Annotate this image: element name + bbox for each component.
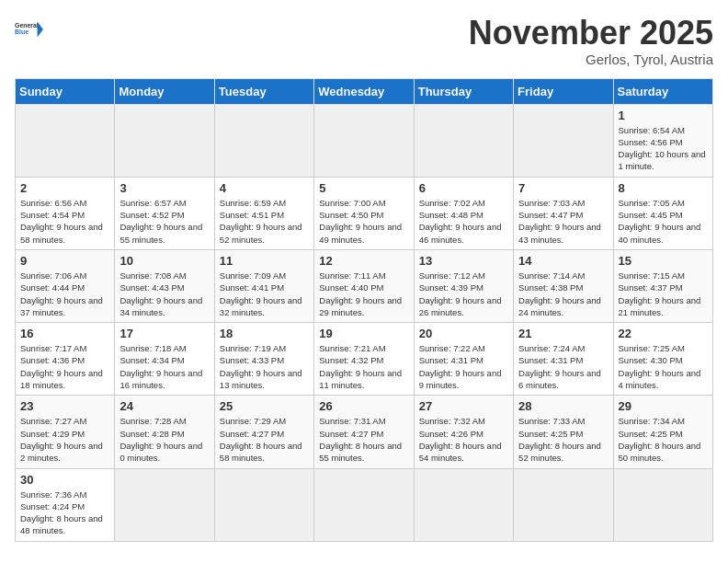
day-number: 4: [220, 181, 309, 195]
calendar-cell: 25Sunrise: 7:29 AM Sunset: 4:27 PM Dayli…: [214, 396, 313, 468]
calendar-cell: 8Sunrise: 7:05 AM Sunset: 4:45 PM Daylig…: [613, 177, 712, 249]
calendar-cell: 6Sunrise: 7:02 AM Sunset: 4:48 PM Daylig…: [414, 177, 513, 249]
day-number: 1: [619, 109, 708, 122]
weekday-header-sunday: Sunday: [16, 78, 115, 104]
day-info: Sunrise: 7:11 AM Sunset: 4:40 PM Dayligh…: [319, 270, 408, 318]
calendar-cell: 2Sunrise: 6:56 AM Sunset: 4:54 PM Daylig…: [16, 177, 115, 249]
day-info: Sunrise: 7:02 AM Sunset: 4:48 PM Dayligh…: [419, 197, 508, 246]
day-info: Sunrise: 7:03 AM Sunset: 4:47 PM Dayligh…: [518, 197, 608, 246]
logo: GeneralBlue: [15, 15, 44, 44]
day-info: Sunrise: 7:22 AM Sunset: 4:31 PM Dayligh…: [419, 342, 508, 391]
day-info: Sunrise: 7:19 AM Sunset: 4:33 PM Dayligh…: [220, 342, 309, 391]
calendar-cell: [514, 104, 613, 177]
weekday-header-wednesday: Wednesday: [314, 78, 414, 104]
month-title: November 2025: [469, 15, 713, 52]
calendar-cell: 5Sunrise: 7:00 AM Sunset: 4:50 PM Daylig…: [314, 177, 414, 249]
day-info: Sunrise: 6:59 AM Sunset: 4:51 PM Dayligh…: [220, 197, 309, 246]
calendar-cell: 18Sunrise: 7:19 AM Sunset: 4:33 PM Dayli…: [214, 323, 313, 396]
calendar-cell: [613, 468, 712, 541]
calendar-cell: [16, 104, 115, 177]
calendar-cell: 16Sunrise: 7:17 AM Sunset: 4:36 PM Dayli…: [16, 323, 115, 396]
day-number: 15: [619, 254, 708, 268]
day-number: 30: [20, 473, 109, 487]
day-number: 21: [518, 327, 608, 340]
day-info: Sunrise: 7:32 AM Sunset: 4:26 PM Dayligh…: [419, 415, 508, 464]
day-info: Sunrise: 7:05 AM Sunset: 4:45 PM Dayligh…: [619, 197, 708, 246]
weekday-header-tuesday: Tuesday: [214, 78, 313, 104]
day-number: 17: [119, 327, 209, 340]
calendar-week-row: 9Sunrise: 7:06 AM Sunset: 4:44 PM Daylig…: [16, 249, 713, 322]
day-number: 16: [20, 327, 109, 340]
calendar-week-row: 16Sunrise: 7:17 AM Sunset: 4:36 PM Dayli…: [16, 323, 713, 396]
day-number: 28: [518, 399, 608, 413]
day-info: Sunrise: 7:33 AM Sunset: 4:25 PM Dayligh…: [518, 415, 608, 464]
day-info: Sunrise: 7:25 AM Sunset: 4:30 PM Dayligh…: [619, 342, 708, 391]
calendar-cell: 1Sunrise: 6:54 AM Sunset: 4:56 PM Daylig…: [613, 104, 712, 177]
day-number: 18: [220, 327, 309, 340]
day-number: 3: [119, 181, 209, 195]
svg-text:Blue: Blue: [15, 29, 28, 35]
day-info: Sunrise: 7:21 AM Sunset: 4:32 PM Dayligh…: [319, 342, 408, 391]
day-number: 9: [20, 254, 109, 268]
day-number: 14: [518, 254, 608, 268]
day-number: 7: [518, 181, 608, 195]
calendar-cell: 28Sunrise: 7:33 AM Sunset: 4:25 PM Dayli…: [514, 396, 613, 468]
title-block: November 2025 Gerlos, Tyrol, Austria: [469, 15, 713, 67]
calendar-cell: [314, 468, 414, 541]
day-info: Sunrise: 7:08 AM Sunset: 4:43 PM Dayligh…: [119, 270, 209, 318]
calendar-cell: 3Sunrise: 6:57 AM Sunset: 4:52 PM Daylig…: [115, 177, 214, 249]
day-info: Sunrise: 7:24 AM Sunset: 4:31 PM Dayligh…: [518, 342, 608, 391]
day-info: Sunrise: 7:31 AM Sunset: 4:27 PM Dayligh…: [319, 415, 408, 464]
calendar-cell: 13Sunrise: 7:12 AM Sunset: 4:39 PM Dayli…: [414, 249, 513, 322]
location-subtitle: Gerlos, Tyrol, Austria: [469, 52, 713, 67]
day-info: Sunrise: 7:36 AM Sunset: 4:24 PM Dayligh…: [20, 488, 109, 537]
calendar-cell: 30Sunrise: 7:36 AM Sunset: 4:24 PM Dayli…: [16, 468, 115, 541]
day-info: Sunrise: 7:15 AM Sunset: 4:37 PM Dayligh…: [619, 270, 708, 318]
day-number: 19: [319, 327, 408, 340]
calendar-cell: 10Sunrise: 7:08 AM Sunset: 4:43 PM Dayli…: [115, 249, 214, 322]
day-number: 10: [119, 254, 209, 268]
day-number: 6: [419, 181, 508, 195]
day-info: Sunrise: 7:29 AM Sunset: 4:27 PM Dayligh…: [220, 415, 309, 464]
calendar-cell: [414, 468, 513, 541]
calendar-cell: 27Sunrise: 7:32 AM Sunset: 4:26 PM Dayli…: [414, 396, 513, 468]
calendar-cell: 4Sunrise: 6:59 AM Sunset: 4:51 PM Daylig…: [214, 177, 313, 249]
calendar-cell: 9Sunrise: 7:06 AM Sunset: 4:44 PM Daylig…: [16, 249, 115, 322]
weekday-header-thursday: Thursday: [414, 78, 513, 104]
day-number: 22: [619, 327, 708, 340]
day-number: 23: [20, 399, 109, 413]
day-number: 11: [220, 254, 309, 268]
day-number: 8: [619, 181, 708, 195]
svg-text:General: General: [15, 22, 39, 29]
calendar-cell: [414, 104, 513, 177]
day-number: 20: [419, 327, 508, 340]
calendar-cell: 7Sunrise: 7:03 AM Sunset: 4:47 PM Daylig…: [514, 177, 613, 249]
calendar-cell: 17Sunrise: 7:18 AM Sunset: 4:34 PM Dayli…: [115, 323, 214, 396]
day-number: 5: [319, 181, 408, 195]
calendar-cell: 23Sunrise: 7:27 AM Sunset: 4:29 PM Dayli…: [16, 396, 115, 468]
day-number: 26: [319, 399, 408, 413]
day-info: Sunrise: 7:27 AM Sunset: 4:29 PM Dayligh…: [20, 415, 109, 464]
calendar-cell: [214, 468, 313, 541]
day-info: Sunrise: 7:28 AM Sunset: 4:28 PM Dayligh…: [119, 415, 209, 464]
day-info: Sunrise: 6:57 AM Sunset: 4:52 PM Dayligh…: [119, 197, 209, 246]
svg-marker-2: [38, 21, 43, 37]
page-header: GeneralBlue November 2025 Gerlos, Tyrol,…: [15, 15, 713, 67]
day-info: Sunrise: 7:34 AM Sunset: 4:25 PM Dayligh…: [619, 415, 708, 464]
day-info: Sunrise: 7:12 AM Sunset: 4:39 PM Dayligh…: [419, 270, 508, 318]
calendar-cell: 22Sunrise: 7:25 AM Sunset: 4:30 PM Dayli…: [613, 323, 712, 396]
day-info: Sunrise: 7:18 AM Sunset: 4:34 PM Dayligh…: [119, 342, 209, 391]
day-number: 13: [419, 254, 508, 268]
calendar-cell: [115, 104, 214, 177]
calendar-cell: 20Sunrise: 7:22 AM Sunset: 4:31 PM Dayli…: [414, 323, 513, 396]
calendar-week-row: 23Sunrise: 7:27 AM Sunset: 4:29 PM Dayli…: [16, 396, 713, 468]
calendar-cell: 26Sunrise: 7:31 AM Sunset: 4:27 PM Dayli…: [314, 396, 414, 468]
calendar-cell: [214, 104, 313, 177]
calendar-week-row: 2Sunrise: 6:56 AM Sunset: 4:54 PM Daylig…: [16, 177, 713, 249]
weekday-header-monday: Monday: [115, 78, 214, 104]
day-number: 12: [319, 254, 408, 268]
logo-icon: GeneralBlue: [15, 15, 44, 44]
day-info: Sunrise: 7:17 AM Sunset: 4:36 PM Dayligh…: [20, 342, 109, 391]
calendar-cell: 21Sunrise: 7:24 AM Sunset: 4:31 PM Dayli…: [514, 323, 613, 396]
day-number: 27: [419, 399, 508, 413]
